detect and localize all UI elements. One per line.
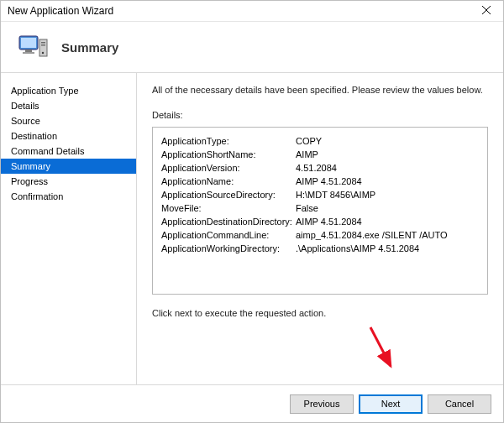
- svg-rect-4: [25, 50, 32, 52]
- nav-item-source[interactable]: Source: [1, 113, 136, 128]
- wizard-body: Application TypeDetailsSourceDestination…: [1, 73, 503, 384]
- details-label: Details:: [152, 110, 488, 120]
- details-value: COPY: [296, 134, 479, 148]
- cancel-button[interactable]: Cancel: [428, 394, 491, 414]
- details-key: MoveFile:: [161, 201, 296, 215]
- wizard-window: New Application Wizard Summary App: [0, 0, 504, 423]
- details-key: ApplicationCommandLine:: [161, 228, 296, 242]
- nav-item-label: Application Type: [11, 86, 79, 96]
- details-value: AIMP: [296, 148, 479, 161]
- details-row: ApplicationName:AIMP 4.51.2084: [161, 175, 479, 188]
- details-row: ApplicationShortName:AIMP: [161, 148, 479, 161]
- page-title: Summary: [61, 40, 118, 55]
- close-icon: [482, 5, 491, 17]
- svg-rect-3: [21, 38, 36, 48]
- nav-item-destination[interactable]: Destination: [1, 128, 136, 144]
- nav-item-label: Source: [11, 116, 40, 126]
- wizard-icon: [18, 31, 50, 63]
- svg-rect-7: [41, 42, 45, 44]
- window-title: New Application Wizard: [8, 5, 113, 17]
- wizard-header: Summary: [1, 22, 503, 73]
- details-row: ApplicationCommandLine:aimp_4.51.2084.ex…: [161, 228, 479, 242]
- wizard-content: All of the necessary details have been s…: [137, 73, 503, 384]
- nav-item-command-details[interactable]: Command Details: [1, 144, 136, 159]
- previous-button[interactable]: Previous: [290, 394, 354, 414]
- details-value: H:\MDT 8456\AIMP: [296, 188, 479, 201]
- next-button[interactable]: Next: [359, 394, 423, 414]
- details-key: ApplicationSourceDirectory:: [161, 188, 296, 201]
- details-row: MoveFile:False: [161, 201, 479, 215]
- details-key: ApplicationDestinationDirectory:: [161, 215, 296, 228]
- nav-item-label: Details: [11, 101, 39, 111]
- details-value: AIMP 4.51.2084: [296, 175, 479, 188]
- svg-rect-5: [23, 52, 34, 54]
- details-value: AIMP 4.51.2084: [296, 215, 479, 228]
- details-key: ApplicationName:: [161, 175, 296, 188]
- close-button[interactable]: [470, 1, 503, 21]
- titlebar: New Application Wizard: [1, 1, 503, 22]
- nav-item-confirmation[interactable]: Confirmation: [1, 189, 136, 204]
- intro-text: All of the necessary details have been s…: [152, 85, 488, 95]
- nav-item-label: Confirmation: [11, 191, 63, 201]
- nav-item-application-type[interactable]: Application Type: [1, 83, 136, 98]
- nav-item-label: Command Details: [11, 146, 84, 156]
- details-key: ApplicationShortName:: [161, 148, 296, 161]
- nav-item-label: Summary: [11, 161, 50, 171]
- details-row: ApplicationVersion:4.51.2084: [161, 161, 479, 175]
- details-key: ApplicationType:: [161, 134, 296, 148]
- details-value: 4.51.2084: [296, 161, 479, 175]
- nav-item-label: Destination: [11, 131, 57, 141]
- details-row: ApplicationType:COPY: [161, 134, 479, 148]
- details-row: ApplicationSourceDirectory:H:\MDT 8456\A…: [161, 188, 479, 201]
- nav-item-details[interactable]: Details: [1, 98, 136, 113]
- footnote-text: Click next to execute the requested acti…: [152, 308, 488, 318]
- details-row: ApplicationWorkingDirectory:.\Applicatio…: [161, 242, 479, 255]
- arrow-annotation: [365, 324, 399, 374]
- svg-line-10: [370, 327, 391, 366]
- svg-point-9: [42, 52, 44, 54]
- details-box: ApplicationType:COPYApplicationShortName…: [152, 127, 488, 295]
- details-row: ApplicationDestinationDirectory:AIMP 4.5…: [161, 215, 479, 228]
- details-key: ApplicationVersion:: [161, 161, 296, 175]
- details-value: .\Applications\AIMP 4.51.2084: [296, 242, 479, 255]
- nav-item-progress[interactable]: Progress: [1, 174, 136, 189]
- details-value: aimp_4.51.2084.exe /SILENT /AUTO: [296, 228, 479, 242]
- nav-item-summary[interactable]: Summary: [1, 159, 136, 174]
- details-key: ApplicationWorkingDirectory:: [161, 242, 296, 255]
- wizard-sidebar: Application TypeDetailsSourceDestination…: [1, 73, 137, 384]
- details-value: False: [296, 201, 479, 215]
- svg-rect-8: [41, 44, 45, 46]
- wizard-footer: Previous Next Cancel: [1, 384, 503, 422]
- nav-item-label: Progress: [11, 176, 48, 186]
